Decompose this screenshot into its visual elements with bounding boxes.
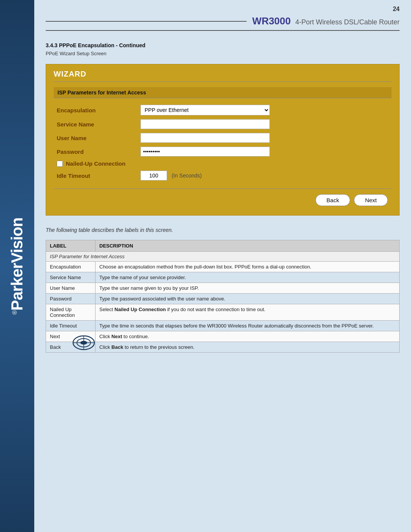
service-name-cell bbox=[137, 117, 392, 131]
row-desc-idle-timeout: Type the time in seconds that elapses be… bbox=[96, 321, 400, 331]
nailed-up-label: Nailed-Up Connection bbox=[57, 160, 389, 167]
row-label-user-name: User Name bbox=[46, 283, 96, 294]
group-header-cell: ISP Parameter for Internet Access bbox=[46, 252, 400, 262]
idle-timeout-row: Idle Timeout (In Seconds) bbox=[54, 169, 392, 182]
nailed-up-bold: Nailed Up Connection bbox=[115, 307, 166, 312]
row-desc-next: Click Next to continue. bbox=[96, 331, 400, 342]
in-seconds-label: (In Seconds) bbox=[172, 173, 202, 179]
password-row: Password bbox=[54, 145, 392, 158]
sidebar: ®ParkerVision bbox=[0, 0, 34, 532]
table-row: User Name Type the user name given to yo… bbox=[46, 283, 400, 294]
form-table: Encapsulation PPP over Ethernet Service … bbox=[54, 103, 392, 182]
user-name-input[interactable] bbox=[140, 133, 270, 143]
encapsulation-cell: PPP over Ethernet bbox=[137, 103, 392, 117]
row-desc-nailed-up: Select Nailed Up Connection if you do no… bbox=[96, 304, 400, 321]
brand-reg: ® bbox=[11, 310, 18, 315]
user-name-label: User Name bbox=[54, 131, 137, 145]
row-desc-user-name: Type the user name given to you by your … bbox=[96, 283, 400, 294]
password-input[interactable] bbox=[140, 147, 270, 157]
main-content: 24 WR3000 4-Port Wireless DSL/Cable Rout… bbox=[34, 0, 411, 360]
password-cell bbox=[137, 145, 392, 158]
idle-timeout-input[interactable] bbox=[140, 171, 167, 181]
nailed-up-checkbox[interactable] bbox=[57, 161, 63, 167]
row-label-password: Password bbox=[46, 294, 96, 304]
row-desc-service-name: Type the name of your service provider. bbox=[96, 272, 400, 283]
wizard-body: ISP Parameters for Internet Access Encap… bbox=[46, 82, 399, 215]
service-name-label: Service Name bbox=[54, 117, 137, 131]
next-button[interactable]: Next bbox=[354, 194, 388, 206]
encapsulation-row: Encapsulation PPP over Ethernet bbox=[54, 103, 392, 117]
service-name-row: Service Name bbox=[54, 117, 392, 131]
section-heading: 3.4.3 PPPoE Encapsulation - Continued bbox=[46, 42, 400, 48]
table-row: Nailed Up Connection Select Nailed Up Co… bbox=[46, 304, 400, 321]
model-name: WR3000 bbox=[252, 15, 291, 27]
back-button[interactable]: Back bbox=[315, 194, 350, 206]
table-row: Next Click Next to continue. bbox=[46, 331, 400, 342]
page-number: 24 bbox=[393, 6, 400, 13]
description-para: The following table describes the labels… bbox=[46, 227, 400, 233]
table-row: Encapsulation Choose an encapsulation me… bbox=[46, 262, 400, 272]
wizard-footer: Back Next bbox=[54, 189, 392, 208]
company-logo-icon bbox=[72, 334, 95, 351]
isp-params-header: ISP Parameters for Internet Access bbox=[54, 87, 392, 98]
bottom-logo bbox=[72, 334, 95, 353]
row-desc-encapsulation: Choose an encapsulation method from the … bbox=[96, 262, 400, 272]
password-label: Password bbox=[54, 145, 137, 158]
wizard-title: WIZARD bbox=[54, 70, 86, 78]
nailed-up-row: Nailed-Up Connection bbox=[54, 158, 392, 169]
idle-timeout-cell: (In Seconds) bbox=[137, 169, 392, 182]
nailed-up-text: Nailed-Up Connection bbox=[66, 160, 126, 167]
wizard-box: WIZARD ISP Parameters for Internet Acces… bbox=[46, 64, 400, 216]
table-row: Password Type the password associated wi… bbox=[46, 294, 400, 304]
col-description-header: DESCRIPTION bbox=[96, 240, 400, 252]
page-header: WR3000 4-Port Wireless DSL/Cable Router bbox=[46, 8, 400, 31]
user-name-row: User Name bbox=[54, 131, 392, 145]
table-row: Back Click Back to return to the previou… bbox=[46, 342, 400, 353]
table-row: Service Name Type the name of your servi… bbox=[46, 272, 400, 283]
row-label-idle-timeout: Idle Timeout bbox=[46, 321, 96, 331]
service-name-input[interactable] bbox=[140, 119, 270, 129]
table-row: Idle Timeout Type the time in seconds th… bbox=[46, 321, 400, 331]
description-table: LABEL DESCRIPTION ISP Parameter for Inte… bbox=[46, 240, 400, 353]
row-label-service-name: Service Name bbox=[46, 272, 96, 283]
row-label-nailed-up: Nailed Up Connection bbox=[46, 304, 96, 321]
brand-logo: ®ParkerVision bbox=[8, 217, 26, 315]
table-header-row: LABEL DESCRIPTION bbox=[46, 240, 400, 252]
encapsulation-label: Encapsulation bbox=[54, 103, 137, 117]
section-subheading: PPoE Wizard Setup Screen bbox=[46, 51, 400, 56]
next-bold: Next bbox=[112, 334, 122, 339]
nailed-up-cell: Nailed-Up Connection bbox=[54, 158, 392, 169]
col-label-header: LABEL bbox=[46, 240, 96, 252]
group-header-row: ISP Parameter for Internet Access bbox=[46, 252, 400, 262]
idle-timeout-label: Idle Timeout bbox=[54, 169, 137, 182]
row-desc-back: Click Back to return to the previous scr… bbox=[96, 342, 400, 353]
model-subtitle: 4-Port Wireless DSL/Cable Router bbox=[295, 18, 400, 26]
user-name-cell bbox=[137, 131, 392, 145]
back-bold: Back bbox=[112, 344, 123, 350]
page-title: WR3000 4-Port Wireless DSL/Cable Router bbox=[252, 15, 400, 27]
row-desc-password: Type the password associated with the us… bbox=[96, 294, 400, 304]
wizard-title-bar: WIZARD bbox=[46, 64, 399, 81]
header-line bbox=[46, 21, 247, 22]
row-label-encapsulation: Encapsulation bbox=[46, 262, 96, 272]
encapsulation-select[interactable]: PPP over Ethernet bbox=[140, 105, 270, 115]
